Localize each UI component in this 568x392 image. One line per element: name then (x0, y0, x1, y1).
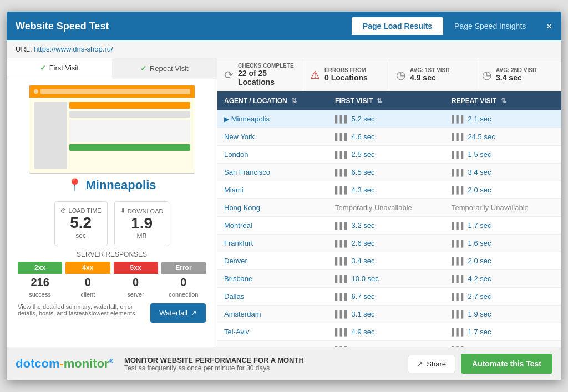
table-row[interactable]: Frankfurt▌▌▌ 2.6 sec▌▌▌ 1.6 sec (217, 235, 561, 252)
repeat-time-link[interactable]: 24.5 sec (468, 133, 495, 141)
repeat-time-link[interactable]: 1.7 sec (468, 221, 491, 230)
first-time-link[interactable]: 5.2 sec (352, 115, 375, 123)
first-visit-value[interactable]: ▌▌▌ 2.5 sec (335, 150, 438, 159)
repeat-time-link[interactable]: 1.9 sec (468, 310, 491, 318)
first-time-link[interactable]: 6.5 sec (352, 168, 375, 176)
repeat-visit-value[interactable]: ▌▌▌ 1.6 sec (452, 239, 555, 247)
repeat-visit-value[interactable]: ▌▌▌ 1.7 sec (452, 328, 555, 336)
location-link[interactable]: Montreal (224, 221, 252, 230)
automate-button[interactable]: Automate this Test (461, 354, 552, 374)
repeat-visit-value[interactable]: ▌▌▌ 1.5 sec (452, 150, 555, 159)
location-link[interactable]: Denver (224, 257, 247, 265)
table-row[interactable]: ▶ Minneapolis▌▌▌ 5.2 sec▌▌▌ 2.1 sec (217, 110, 561, 128)
cell-location: New York (217, 128, 328, 146)
first-time-link[interactable]: 3.1 sec (352, 310, 375, 318)
first-visit-value[interactable]: ▌▌▌ 6.7 sec (335, 292, 438, 301)
first-time-link[interactable]: 4.6 sec (352, 133, 375, 141)
bar-chart-icon: ▌▌▌ (335, 310, 349, 318)
table-row[interactable]: Brisbane▌▌▌ 10.0 sec▌▌▌ 4.2 sec (217, 270, 561, 288)
table-row[interactable]: Washington DC▌▌▌ 4.5 sec▌▌▌ 1.8 sec (217, 341, 561, 347)
table-row[interactable]: Dallas▌▌▌ 6.7 sec▌▌▌ 2.7 sec (217, 288, 561, 306)
sort-icon-repeat[interactable]: ⇅ (501, 97, 506, 105)
first-time-link[interactable]: 3.2 sec (352, 221, 375, 230)
first-time-link[interactable]: 4.9 sec (352, 328, 375, 336)
tab-page-speed-insights[interactable]: Page Speed Insights (443, 17, 537, 35)
sort-icon-first[interactable]: ⇅ (377, 97, 382, 105)
repeat-visit-value[interactable]: ▌▌▌ 4.2 sec (452, 274, 555, 283)
first-visit-value[interactable]: ▌▌▌ 4.6 sec (335, 133, 438, 141)
first-time-link[interactable]: 2.6 sec (352, 239, 375, 247)
first-visit-value[interactable]: ▌▌▌ 4.5 sec (335, 345, 438, 347)
table-row[interactable]: Tel-Aviv▌▌▌ 4.9 sec▌▌▌ 1.7 sec (217, 323, 561, 341)
repeat-visit-value[interactable]: ▌▌▌ 3.4 sec (452, 168, 555, 176)
table-row[interactable]: Miami▌▌▌ 4.3 sec▌▌▌ 2.0 sec (217, 181, 561, 199)
first-time-link[interactable]: 10.0 sec (352, 274, 379, 283)
location-link[interactable]: Miami (224, 186, 244, 194)
first-visit-value[interactable]: ▌▌▌ 5.2 sec (335, 115, 438, 123)
first-visit-value[interactable]: ▌▌▌ 4.9 sec (335, 328, 438, 336)
first-time-link[interactable]: 4.5 sec (352, 345, 375, 347)
close-button[interactable]: × (546, 20, 552, 33)
location-link[interactable]: Tel-Aviv (224, 328, 249, 336)
table-row[interactable]: Denver▌▌▌ 3.4 sec▌▌▌ 2.0 sec (217, 252, 561, 270)
preview-row-2 (69, 111, 190, 118)
repeat-visit-value[interactable]: ▌▌▌ 24.5 sec (452, 133, 555, 141)
location-link[interactable]: San Francisco (224, 168, 270, 176)
repeat-visit-value[interactable]: ▌▌▌ 2.0 sec (452, 186, 555, 194)
tab-first-visit[interactable]: ✓ First Visit (7, 58, 112, 79)
repeat-visit-value[interactable]: ▌▌▌ 2.7 sec (452, 292, 555, 301)
table-row[interactable]: Amsterdam▌▌▌ 3.1 sec▌▌▌ 1.9 sec (217, 306, 561, 323)
first-time-link[interactable]: 3.4 sec (352, 257, 375, 265)
table-row[interactable]: New York▌▌▌ 4.6 sec▌▌▌ 24.5 sec (217, 128, 561, 146)
waterfall-button[interactable]: Waterfall ↗ (150, 303, 206, 323)
tab-page-load-results[interactable]: Page Load Results (352, 17, 443, 35)
first-time-link[interactable]: 4.3 sec (352, 186, 375, 194)
first-visit-value[interactable]: ▌▌▌ 10.0 sec (335, 274, 438, 283)
first-visit-value[interactable]: ▌▌▌ 6.5 sec (335, 168, 438, 176)
table-row[interactable]: Hong KongTemporarily UnavailableTemporar… (217, 199, 561, 217)
tab-repeat-visit[interactable]: ✓ Repeat Visit (112, 58, 217, 79)
table-row[interactable]: San Francisco▌▌▌ 6.5 sec▌▌▌ 3.4 sec (217, 164, 561, 181)
main-content: ✓ First Visit ✓ Repeat Visit (7, 58, 561, 347)
location-link[interactable]: Brisbane (224, 274, 252, 283)
location-link[interactable]: London (224, 150, 248, 159)
site-preview (29, 85, 195, 174)
location-link[interactable]: Amsterdam (224, 310, 261, 318)
first-time-link[interactable]: 2.5 sec (352, 150, 375, 159)
repeat-time-link[interactable]: 2.0 sec (468, 186, 491, 194)
location-link[interactable]: Frankfurt (224, 239, 253, 247)
repeat-visit-value[interactable]: ▌▌▌ 2.1 sec (452, 115, 555, 123)
location-link[interactable]: Washington DC (224, 345, 275, 347)
repeat-visit-value[interactable]: ▌▌▌ 1.7 sec (452, 221, 555, 230)
sort-icon-location[interactable]: ⇅ (291, 97, 297, 105)
repeat-time-link[interactable]: 2.1 sec (468, 115, 491, 123)
repeat-time-link[interactable]: 3.4 sec (468, 168, 491, 176)
location-link[interactable]: Hong Kong (224, 203, 260, 212)
repeat-time-link[interactable]: 4.2 sec (468, 274, 491, 283)
repeat-time-link[interactable]: 1.8 sec (468, 345, 491, 347)
table-row[interactable]: Montreal▌▌▌ 3.2 sec▌▌▌ 1.7 sec (217, 217, 561, 235)
repeat-time-link[interactable]: 2.7 sec (468, 292, 491, 301)
sr-4xx-header: 4xx (65, 262, 110, 274)
repeat-visit-value[interactable]: ▌▌▌ 1.9 sec (452, 310, 555, 318)
repeat-visit-value[interactable]: ▌▌▌ 2.0 sec (452, 257, 555, 265)
repeat-visit-value[interactable]: ▌▌▌ 1.8 sec (452, 345, 555, 347)
first-visit-value[interactable]: ▌▌▌ 3.2 sec (335, 221, 438, 230)
repeat-time-link[interactable]: 1.7 sec (468, 328, 491, 336)
first-time-link[interactable]: 6.7 sec (352, 292, 375, 301)
repeat-time-link[interactable]: 1.5 sec (468, 150, 491, 159)
cell-repeat-visit: ▌▌▌ 1.7 sec (445, 217, 561, 235)
first-visit-value[interactable]: ▌▌▌ 2.6 sec (335, 239, 438, 247)
location-link[interactable]: New York (224, 133, 255, 141)
url-link[interactable]: https://www.dns-shop.ru/ (34, 45, 113, 53)
download-label: ⬇ DOWNLOAD (120, 207, 164, 215)
location-link[interactable]: Dallas (224, 292, 244, 301)
first-visit-value[interactable]: ▌▌▌ 4.3 sec (335, 186, 438, 194)
repeat-time-link[interactable]: 1.6 sec (468, 239, 491, 247)
first-visit-value[interactable]: ▌▌▌ 3.4 sec (335, 257, 438, 265)
first-visit-value[interactable]: ▌▌▌ 3.1 sec (335, 310, 438, 318)
share-button[interactable]: ↗ Share (408, 355, 455, 373)
location-link[interactable]: Minneapolis (231, 115, 270, 123)
table-row[interactable]: London▌▌▌ 2.5 sec▌▌▌ 1.5 sec (217, 146, 561, 164)
repeat-time-link[interactable]: 2.0 sec (468, 257, 491, 265)
